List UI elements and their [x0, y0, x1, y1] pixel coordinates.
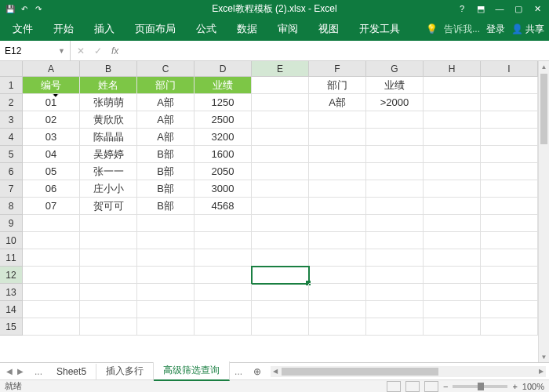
sheet-tab-sheet5[interactable]: Sheet5: [47, 364, 96, 379]
ribbon-min-button[interactable]: ⬒: [472, 2, 489, 16]
sheet-nav[interactable]: ◀▶: [0, 367, 30, 376]
cell[interactable]: [481, 129, 538, 146]
cell[interactable]: [481, 198, 538, 215]
cell[interactable]: [309, 198, 366, 215]
data-cell[interactable]: 05: [23, 163, 80, 180]
data-cell[interactable]: 04: [23, 146, 80, 163]
data-cell[interactable]: 庄小小: [80, 180, 137, 198]
select-all-corner[interactable]: [0, 61, 23, 77]
zoom-slider[interactable]: [453, 385, 507, 388]
criteria-header[interactable]: 部门: [309, 77, 366, 94]
row-header-14[interactable]: 14: [0, 301, 23, 318]
data-cell[interactable]: 张萌萌: [80, 94, 137, 111]
data-cell[interactable]: 07: [23, 198, 80, 215]
data-cell[interactable]: A部: [137, 129, 195, 146]
row-header-5[interactable]: 5: [0, 146, 23, 163]
cell[interactable]: [23, 249, 80, 267]
cell[interactable]: [252, 94, 309, 111]
data-cell[interactable]: B部: [137, 146, 195, 163]
table-header[interactable]: 姓名: [80, 77, 137, 94]
cell[interactable]: [195, 301, 252, 318]
cell[interactable]: [252, 198, 309, 215]
data-cell[interactable]: 4568: [195, 198, 252, 215]
cell[interactable]: [252, 249, 309, 267]
normal-view-button[interactable]: [387, 381, 401, 392]
row-header-6[interactable]: 6: [0, 163, 23, 180]
chevron-down-icon[interactable]: ▼: [58, 47, 65, 55]
cell[interactable]: [424, 77, 481, 94]
criteria-value[interactable]: A部: [309, 94, 366, 111]
cell[interactable]: [252, 163, 309, 180]
cell[interactable]: [424, 180, 481, 198]
row-header-7[interactable]: 7: [0, 180, 23, 198]
cell[interactable]: [366, 198, 424, 215]
cell[interactable]: [80, 318, 137, 336]
cell[interactable]: [309, 249, 366, 267]
scroll-up-icon[interactable]: ▲: [539, 61, 549, 72]
cell[interactable]: [366, 215, 424, 232]
cell[interactable]: [481, 94, 538, 111]
cell[interactable]: [252, 77, 309, 94]
cell[interactable]: [366, 111, 424, 129]
cell[interactable]: [195, 215, 252, 232]
cell[interactable]: [252, 301, 309, 318]
tab-view[interactable]: 视图: [312, 17, 345, 41]
cell[interactable]: [252, 215, 309, 232]
table-header[interactable]: 业绩: [195, 77, 252, 94]
cell[interactable]: [424, 94, 481, 111]
scroll-thumb[interactable]: [540, 74, 547, 144]
cell[interactable]: [23, 215, 80, 232]
cell[interactable]: [252, 180, 309, 198]
selected-cell[interactable]: [252, 267, 309, 284]
column-header-E[interactable]: E: [252, 61, 309, 77]
table-header[interactable]: 编号: [23, 77, 80, 94]
cell[interactable]: [137, 318, 195, 336]
column-header-A[interactable]: A: [23, 61, 80, 77]
cell[interactable]: [195, 267, 252, 284]
cell[interactable]: [424, 267, 481, 284]
horizontal-scrollbar[interactable]: ◀ ▶: [271, 366, 546, 377]
fx-icon[interactable]: fx: [111, 45, 118, 56]
cell[interactable]: [424, 318, 481, 336]
data-cell[interactable]: 2050: [195, 163, 252, 180]
cell[interactable]: [481, 318, 538, 336]
hscroll-thumb[interactable]: [282, 368, 438, 376]
cell[interactable]: [309, 146, 366, 163]
cell[interactable]: [23, 301, 80, 318]
page-layout-view-button[interactable]: [405, 381, 420, 392]
cell[interactable]: [366, 180, 424, 198]
cell[interactable]: [309, 267, 366, 284]
column-header-F[interactable]: F: [309, 61, 366, 77]
data-cell[interactable]: 2500: [195, 111, 252, 129]
row-header-3[interactable]: 3: [0, 111, 23, 129]
sheet-tab-insert-rows[interactable]: 插入多行: [96, 362, 154, 380]
scroll-right-icon[interactable]: ▶: [536, 368, 546, 375]
cells-area[interactable]: ✥ 编号姓名部门业绩部门业绩01张萌萌A部1250A部>200002黄欣欣A部2…: [23, 77, 538, 362]
cell[interactable]: [195, 232, 252, 249]
cell[interactable]: [80, 249, 137, 267]
cell[interactable]: [252, 284, 309, 301]
data-cell[interactable]: 陈晶晶: [80, 129, 137, 146]
cell[interactable]: [424, 249, 481, 267]
row-header-9[interactable]: 9: [0, 215, 23, 232]
cell[interactable]: [309, 232, 366, 249]
tab-layout[interactable]: 页面布局: [129, 17, 182, 41]
data-cell[interactable]: 03: [23, 129, 80, 146]
cell[interactable]: [137, 215, 195, 232]
row-header-1[interactable]: 1: [0, 77, 23, 94]
data-cell[interactable]: 贺可可: [80, 198, 137, 215]
cell[interactable]: [309, 111, 366, 129]
data-cell[interactable]: 黄欣欣: [80, 111, 137, 129]
column-header-I[interactable]: I: [481, 61, 538, 77]
cell[interactable]: [366, 249, 424, 267]
row-header-2[interactable]: 2: [0, 94, 23, 111]
zoom-in-button[interactable]: +: [512, 382, 517, 391]
cell[interactable]: [137, 284, 195, 301]
close-button[interactable]: ✕: [529, 2, 546, 16]
cell[interactable]: [481, 111, 538, 129]
cell[interactable]: [366, 129, 424, 146]
data-cell[interactable]: 3000: [195, 180, 252, 198]
tell-me-input[interactable]: 告诉我...: [444, 23, 480, 36]
data-cell[interactable]: A部: [137, 94, 195, 111]
cancel-icon[interactable]: ✕: [77, 45, 85, 56]
